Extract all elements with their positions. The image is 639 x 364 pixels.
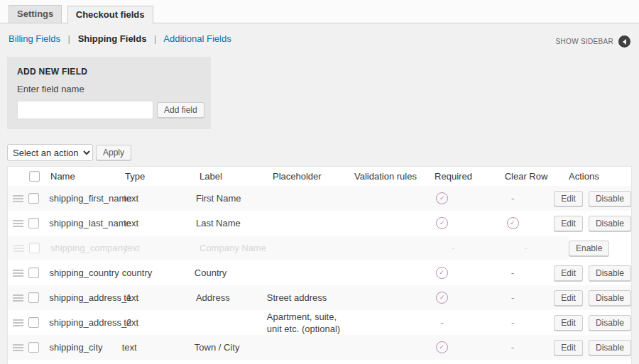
field-validation-rules	[346, 310, 413, 335]
bulk-action-select[interactable]: Select an action	[7, 144, 93, 161]
field-type: country	[122, 260, 195, 285]
tab-settings[interactable]: Settings	[9, 5, 62, 23]
disable-button[interactable]: Disable	[589, 315, 631, 331]
field-type: text	[124, 186, 196, 211]
field-name: shipping_address_2	[49, 310, 124, 335]
column-header-type: Type	[125, 167, 200, 186]
required-cell: ✓	[413, 360, 471, 364]
edit-button[interactable]: Edit	[554, 191, 583, 206]
disable-button[interactable]: Disable	[589, 340, 631, 355]
subnav-separator: |	[154, 33, 156, 44]
row-checkbox[interactable]	[28, 193, 39, 204]
drag-handle-cell	[8, 186, 28, 211]
clear-row-cell: -	[471, 186, 554, 211]
field-name: shipping_city	[49, 335, 121, 360]
field-placeholder	[266, 360, 345, 364]
drag-handle-icon[interactable]	[13, 344, 23, 346]
table-header-row: Name Type Label Placeholder Validation r…	[8, 167, 631, 186]
required-cell: ✓	[413, 285, 471, 310]
subnav-billing-fields[interactable]: Billing Fields	[9, 33, 60, 44]
field-label: Last Name	[196, 211, 267, 236]
show-sidebar-label: SHOW SIDEBAR	[556, 38, 613, 45]
drag-handle-icon[interactable]	[13, 195, 23, 197]
row-checkbox[interactable]	[28, 268, 39, 278]
disable-button[interactable]: Disable	[589, 265, 631, 281]
fields-subnav: Billing Fields | Shipping Fields | Addit…	[0, 23, 639, 44]
disable-button[interactable]: Disable	[589, 290, 631, 306]
field-type: state	[122, 360, 195, 364]
apply-button[interactable]: Apply	[96, 145, 131, 160]
required-dash: -	[452, 242, 454, 254]
drag-handle-icon[interactable]	[13, 245, 24, 246]
field-validation-rules: state	[345, 360, 412, 364]
actions-cell: EditDisable	[554, 335, 631, 360]
field-name: shipping_country	[49, 260, 121, 285]
disable-button[interactable]: Disable	[589, 216, 631, 231]
add-new-field-panel: ADD NEW FIELD Enter field name Add field	[7, 57, 211, 129]
enable-button[interactable]: Enable	[569, 241, 609, 256]
add-field-button[interactable]: Add field	[157, 102, 204, 118]
field-name-input[interactable]	[17, 101, 153, 119]
drag-handle-cell	[8, 211, 28, 236]
required-check-icon: ✓	[436, 192, 448, 204]
actions-cell: EditDisable	[554, 310, 631, 335]
clear-row-dash: -	[511, 341, 514, 353]
field-label	[196, 310, 267, 335]
clear-row-cell: -	[471, 285, 554, 310]
clear-row-cell: -	[471, 260, 554, 285]
field-name-label: Enter field name	[17, 84, 201, 94]
field-type: text	[122, 335, 195, 360]
actions-cell: EditDisable	[554, 360, 631, 364]
tab-checkout-fields[interactable]: Checkout fields	[67, 6, 153, 24]
checkbox-cell	[28, 186, 49, 211]
field-type: text	[124, 211, 196, 236]
clear-row-dash: -	[511, 292, 514, 304]
select-all-checkbox[interactable]	[29, 171, 40, 182]
field-label: Country	[195, 260, 266, 285]
circle-left-arrow-icon[interactable]	[618, 35, 630, 48]
clear-row-dash: -	[511, 192, 514, 204]
field-name: shipping_address_1	[49, 285, 124, 310]
drag-handle-cell	[8, 310, 28, 335]
required-cell: -	[423, 236, 484, 260]
disable-button[interactable]: Disable	[589, 191, 631, 206]
bulk-actions-bar: Select an action Apply	[7, 144, 639, 161]
checkout-fields-page: Settings Checkout fields Billing Fields …	[0, 0, 639, 364]
drag-handle-icon[interactable]	[13, 319, 23, 321]
subnav-additional-fields[interactable]: Additional Fields	[163, 33, 231, 44]
edit-button[interactable]: Edit	[554, 290, 583, 306]
table-row: shipping_first_nametextFirst Name✓-EditD…	[8, 186, 631, 211]
table-row: shipping_address_2textApartment, suite, …	[8, 310, 631, 335]
field-type: text	[124, 285, 196, 310]
drag-handle-icon[interactable]	[13, 220, 23, 221]
field-label: First Name	[196, 186, 267, 211]
row-checkbox[interactable]	[28, 317, 39, 328]
row-checkbox[interactable]	[28, 218, 39, 228]
required-cell: -	[413, 310, 471, 335]
show-sidebar-toggle[interactable]: SHOW SIDEBAR	[556, 35, 630, 48]
subnav-shipping-fields[interactable]: Shipping Fields	[78, 33, 147, 44]
clear-row-dash: -	[511, 267, 514, 279]
field-validation-rules	[346, 211, 413, 236]
checkbox-cell	[28, 335, 49, 360]
drag-handle-cell	[8, 335, 28, 360]
row-checkbox[interactable]	[28, 342, 39, 353]
drag-handle-cell	[8, 260, 28, 285]
field-type: text	[125, 236, 200, 260]
actions-cell: EditDisable	[554, 260, 631, 285]
drag-handle-icon[interactable]	[13, 270, 23, 271]
clear-row-cell: -	[471, 310, 554, 335]
field-name: shipping_first_name	[49, 186, 124, 211]
edit-button[interactable]: Edit	[554, 265, 583, 281]
row-checkbox[interactable]	[29, 243, 40, 253]
row-checkbox[interactable]	[28, 292, 39, 303]
drag-handle-icon[interactable]	[13, 294, 23, 296]
edit-button[interactable]: Edit	[554, 340, 583, 355]
actions-cell: EditDisable	[554, 211, 631, 236]
edit-button[interactable]: Edit	[554, 315, 583, 331]
edit-button[interactable]: Edit	[554, 216, 583, 231]
field-placeholder	[267, 211, 346, 236]
checkbox-cell	[28, 310, 49, 335]
checkbox-cell	[29, 236, 50, 260]
field-label: Address	[196, 285, 267, 310]
